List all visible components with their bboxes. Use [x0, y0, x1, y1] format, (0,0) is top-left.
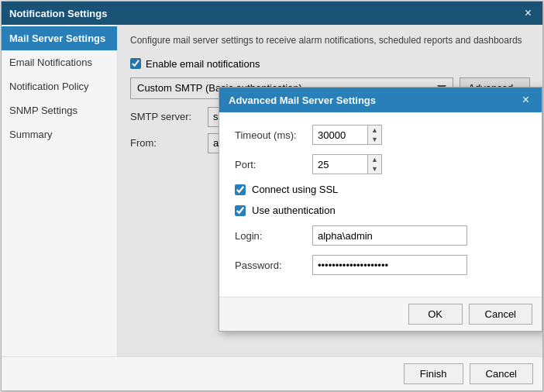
port-label: Port: — [235, 159, 312, 170]
main-close-button[interactable]: × — [522, 7, 535, 19]
main-content-area: Configure mail server settings to receiv… — [118, 25, 542, 356]
password-input[interactable] — [312, 255, 467, 275]
sidebar-item-email-notifications[interactable]: Email Notifications — [2, 50, 117, 74]
cancel-button[interactable]: Cancel — [470, 363, 533, 384]
advanced-overlay: Advanced Mail Server Settings × Timeout … — [118, 25, 542, 356]
advanced-dialog: Advanced Mail Server Settings × Timeout … — [219, 87, 542, 332]
port-arrows: ▲ ▼ — [367, 155, 381, 174]
main-dialog-footer: Finish Cancel — [2, 356, 542, 390]
advanced-title-bar: Advanced Mail Server Settings × — [219, 88, 542, 112]
port-row: Port: ▲ ▼ — [235, 154, 526, 174]
sidebar: Mail Server Settings Email Notifications… — [2, 25, 118, 356]
port-input[interactable] — [313, 155, 367, 174]
timeout-input[interactable] — [313, 126, 367, 144]
auth-checkbox[interactable] — [235, 205, 246, 216]
dialog-body: Mail Server Settings Email Notifications… — [2, 25, 542, 356]
password-label: Password: — [235, 260, 312, 271]
sidebar-item-summary[interactable]: Summary — [2, 122, 117, 146]
advanced-dialog-footer: OK Cancel — [219, 297, 542, 331]
advanced-ok-button[interactable]: OK — [408, 304, 463, 325]
advanced-dialog-body: Timeout (ms): ▲ ▼ Port: — [219, 112, 542, 297]
main-title-bar: Notification Settings × — [2, 2, 542, 25]
main-dialog-title: Notification Settings — [9, 8, 107, 19]
port-up-arrow[interactable]: ▲ — [368, 155, 381, 164]
port-down-arrow[interactable]: ▼ — [368, 164, 381, 174]
password-row: Password: — [235, 255, 526, 275]
finish-button[interactable]: Finish — [404, 363, 463, 384]
ssl-row: Connect using SSL — [235, 184, 526, 195]
timeout-spinner: ▲ ▼ — [312, 125, 382, 145]
timeout-down-arrow[interactable]: ▼ — [368, 135, 381, 144]
port-spinner: ▲ ▼ — [312, 154, 382, 174]
main-dialog: Notification Settings × Mail Server Sett… — [1, 1, 543, 391]
ssl-label: Connect using SSL — [252, 184, 338, 195]
auth-row: Use authentication — [235, 205, 526, 216]
timeout-up-arrow[interactable]: ▲ — [368, 126, 381, 135]
advanced-close-button[interactable]: × — [519, 93, 532, 107]
login-label: Login: — [235, 230, 312, 242]
timeout-row: Timeout (ms): ▲ ▼ — [235, 125, 526, 145]
sidebar-item-snmp-settings[interactable]: SNMP Settings — [2, 98, 117, 122]
advanced-dialog-title: Advanced Mail Server Settings — [229, 95, 376, 106]
ssl-checkbox[interactable] — [235, 184, 246, 195]
sidebar-item-notification-policy[interactable]: Notification Policy — [2, 74, 117, 98]
timeout-arrows: ▲ ▼ — [367, 126, 381, 144]
sidebar-item-mail-server[interactable]: Mail Server Settings — [2, 26, 117, 50]
auth-label: Use authentication — [252, 205, 336, 216]
login-input[interactable] — [312, 225, 467, 246]
timeout-label: Timeout (ms): — [235, 129, 312, 141]
advanced-cancel-button[interactable]: Cancel — [469, 304, 532, 325]
login-row: Login: — [235, 225, 526, 246]
